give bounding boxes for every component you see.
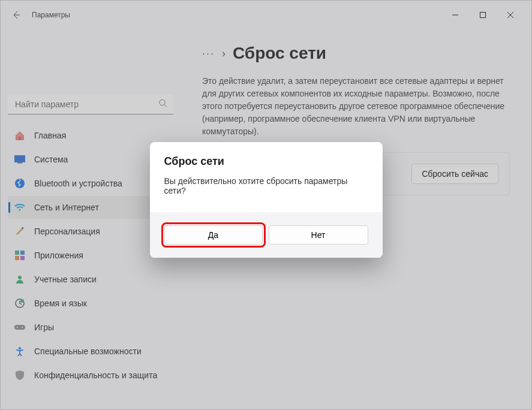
- dialog-text: Вы действительно хотите сбросить парамет…: [164, 176, 368, 195]
- confirm-dialog: Сброс сети Вы действительно хотите сброс…: [150, 142, 383, 258]
- dialog-no-button[interactable]: Нет: [269, 225, 368, 245]
- dialog-title: Сброс сети: [164, 155, 368, 168]
- dialog-yes-button[interactable]: Да: [164, 225, 263, 245]
- dialog-actions: Да Нет: [150, 212, 383, 258]
- settings-window: Параметры Главная Система: [0, 0, 532, 410]
- highlight-annotation: Да: [161, 222, 266, 248]
- modal-overlay: Сброс сети Вы действительно хотите сброс…: [1, 1, 531, 409]
